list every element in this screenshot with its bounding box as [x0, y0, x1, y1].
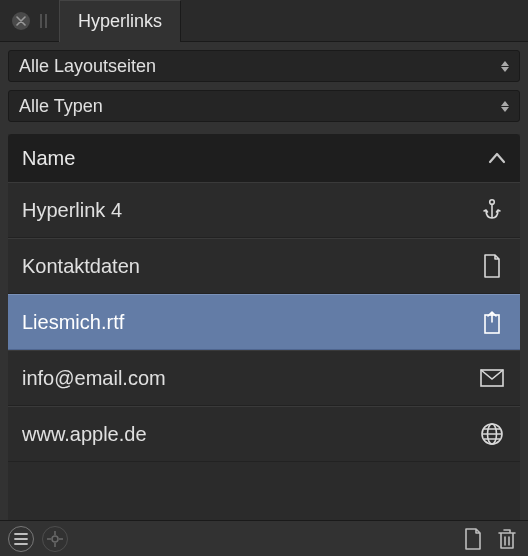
stepper-icon	[501, 61, 509, 72]
anchor-icon	[478, 198, 506, 222]
list-empty-area	[8, 462, 520, 520]
panel-toolbar	[0, 520, 528, 556]
tab-label: Hyperlinks	[78, 11, 162, 32]
external-icon	[478, 310, 506, 334]
sort-ascending-icon	[488, 152, 506, 164]
tab-controls	[0, 12, 59, 30]
table-row[interactable]: www.apple.de	[8, 406, 520, 462]
grip-icon	[40, 14, 47, 28]
tab-hyperlinks[interactable]: Hyperlinks	[59, 0, 181, 42]
new-hyperlink-button[interactable]	[460, 526, 486, 552]
column-header-label: Name	[22, 147, 75, 170]
row-label: Hyperlink 4	[22, 199, 122, 222]
hyperlinks-list: Name Hyperlink 4KontaktdatenLiesmich.rtf…	[8, 134, 520, 520]
svg-point-5	[52, 536, 58, 542]
layout-pages-dropdown[interactable]: Alle Layoutseiten	[8, 50, 520, 82]
table-row[interactable]: Liesmich.rtf	[8, 294, 520, 350]
table-row[interactable]: Kontaktdaten	[8, 238, 520, 294]
mail-icon	[478, 369, 506, 387]
stepper-icon	[501, 101, 509, 112]
row-label: info@email.com	[22, 367, 166, 390]
menu-button[interactable]	[8, 526, 34, 552]
row-label: www.apple.de	[22, 423, 147, 446]
types-value: Alle Typen	[19, 96, 103, 117]
row-label: Kontaktdaten	[22, 255, 140, 278]
table-row[interactable]: info@email.com	[8, 350, 520, 406]
page-icon	[478, 254, 506, 278]
layout-pages-value: Alle Layoutseiten	[19, 56, 156, 77]
column-header-name[interactable]: Name	[8, 134, 520, 182]
types-dropdown[interactable]: Alle Typen	[8, 90, 520, 122]
close-panel-button[interactable]	[12, 12, 30, 30]
globe-icon	[478, 422, 506, 446]
tab-bar: Hyperlinks	[0, 0, 528, 42]
table-row[interactable]: Hyperlink 4	[8, 182, 520, 238]
target-button[interactable]	[42, 526, 68, 552]
delete-button[interactable]	[494, 526, 520, 552]
row-label: Liesmich.rtf	[22, 311, 124, 334]
list-rows: Hyperlink 4KontaktdatenLiesmich.rtfinfo@…	[8, 182, 520, 462]
